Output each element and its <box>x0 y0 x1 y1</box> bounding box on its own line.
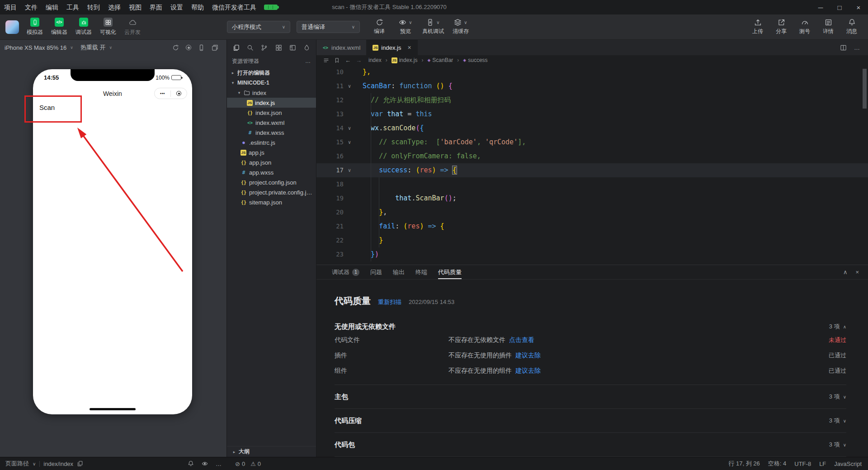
editor-scrollbar[interactable] <box>863 69 867 109</box>
minimize-button[interactable]: ─ <box>811 0 830 14</box>
page-path-label[interactable]: 页面路径 <box>5 460 29 468</box>
fold-icon[interactable]: ∨ <box>344 163 355 177</box>
menu-item[interactable]: 选择 <box>104 0 125 14</box>
tree-item-index.json[interactable]: {}index.json <box>227 108 316 118</box>
compile-select[interactable]: 普通编译 ∨ <box>297 21 360 33</box>
tab-index.wxml[interactable]: <>index.wxml <box>316 40 367 55</box>
maximize-button[interactable]: □ <box>830 0 849 14</box>
bookmark-icon[interactable] <box>334 57 340 63</box>
menu-item[interactable]: 界面 <box>146 0 166 14</box>
action-gauge[interactable]: 测号 <box>795 19 815 35</box>
tree-item-index[interactable]: ▾index <box>227 88 316 98</box>
toolbar-toggle-bug[interactable]: 调试器 <box>72 18 95 36</box>
quality-section-count[interactable]: 3 项∧ <box>829 323 846 331</box>
tab-index.js[interactable]: JSindex.js× <box>367 40 417 55</box>
outline-section[interactable]: ▸ 大纲 <box>227 446 316 457</box>
code-line[interactable]: 13 var that = this <box>316 107 868 121</box>
panel-tab-item[interactable]: 问题 <box>370 265 382 279</box>
toolbar-toggle-blocks[interactable]: 可视化 <box>97 18 119 36</box>
action-upload[interactable]: 上传 <box>748 19 768 35</box>
panel-tab-item[interactable]: 输出 <box>393 265 405 279</box>
problem-counters[interactable]: ⊘ 0 ⚠ 0 <box>235 457 264 470</box>
more-icon[interactable]: … <box>216 461 222 467</box>
action-bell[interactable]: 消息 <box>842 19 862 35</box>
tree-item-index.wxml[interactable]: <>index.wxml <box>227 118 316 128</box>
code-line[interactable]: 17∨ success: (res) => { <box>316 163 868 177</box>
language-mode[interactable]: JavaScript <box>834 461 862 467</box>
close-tab-icon[interactable]: × <box>407 44 411 51</box>
tree-item-app.js[interactable]: JSapp.js <box>227 147 316 157</box>
menu-item[interactable]: 转到 <box>83 0 104 14</box>
blocks-icon[interactable] <box>275 44 282 51</box>
action-eye[interactable]: ∨预览 <box>396 19 415 35</box>
action-layers[interactable]: ∨清缓存 <box>451 19 470 35</box>
git-branch-icon[interactable] <box>261 44 268 51</box>
tree-item-project.config.json[interactable]: {}project.config.json <box>227 177 316 187</box>
tree-item-index.wxss[interactable]: #index.wxss <box>227 128 316 138</box>
search-icon[interactable] <box>247 44 254 51</box>
code-line[interactable]: 20 }, <box>316 205 868 219</box>
split-editor-icon[interactable] <box>840 44 847 51</box>
breadcrumb-item-success[interactable]: ◈success <box>463 57 487 63</box>
layout-icon[interactable] <box>289 44 296 51</box>
tree-item-sitemap.json[interactable]: {}sitemap.json <box>227 197 316 207</box>
menu-item[interactable]: 编辑 <box>42 0 62 14</box>
quality-row-link[interactable]: 点击查看 <box>509 336 534 343</box>
collapse-panel-icon[interactable]: ∧ <box>843 269 848 275</box>
menu-item[interactable]: 工具 <box>62 0 83 14</box>
drop-icon[interactable] <box>303 44 310 51</box>
capsule-target-icon[interactable] <box>176 91 181 96</box>
quality-section-header[interactable]: 代码压缩3 项∨ <box>335 415 846 427</box>
quality-section-header[interactable]: 代码包3 项∨ <box>335 439 846 451</box>
page-path-value[interactable]: index/index <box>43 461 73 467</box>
menu-item[interactable]: 设置 <box>166 0 187 14</box>
menu-item[interactable]: 视图 <box>125 0 146 14</box>
user-avatar[interactable] <box>5 20 19 34</box>
multi-window-icon[interactable] <box>212 44 218 51</box>
quality-section-header[interactable]: 主包3 项∨ <box>335 391 846 403</box>
tree-item-app.json[interactable]: {}app.json <box>227 157 316 167</box>
code-line[interactable]: 18 <box>316 177 868 191</box>
toolbar-toggle-cloud[interactable]: 云开发 <box>121 18 144 36</box>
code-line[interactable]: 21 fail: (res) => { <box>316 219 868 233</box>
tree-item-index.js[interactable]: JSindex.js <box>227 98 316 108</box>
fold-icon[interactable]: ∨ <box>344 135 355 149</box>
tree-item-.eslintrc.js[interactable]: ●.eslintrc.js <box>227 138 316 147</box>
more-icon[interactable]: … <box>854 44 860 51</box>
code-line[interactable]: 23 }) <box>316 247 868 261</box>
menu-item[interactable]: 帮助 <box>187 0 208 14</box>
code-line[interactable]: 14∨ wx.scanCode({ <box>316 121 868 135</box>
forward-icon[interactable]: → <box>356 57 362 64</box>
menu-item[interactable]: 项目 <box>0 0 21 14</box>
more-dots-icon[interactable]: ••• <box>155 91 170 96</box>
fold-icon[interactable]: ∨ <box>344 121 355 135</box>
action-devdebug[interactable]: ∨真机调试 <box>422 19 444 35</box>
code-editor[interactable]: 10},11∨ScanBar: function () {12 // 允许从相机… <box>316 65 868 265</box>
files-icon[interactable] <box>233 44 240 51</box>
encoding[interactable]: UTF-8 <box>794 461 811 467</box>
record-icon[interactable] <box>186 45 191 50</box>
panel-tab-item[interactable]: 调试器1 <box>332 265 359 279</box>
breadcrumb-item-index.js[interactable]: JSindex.js <box>392 57 418 63</box>
quality-section-count[interactable]: 3 项∨ <box>829 441 846 449</box>
menu-item[interactable]: 文件 <box>21 0 42 14</box>
tree-item-project.private.config.json[interactable]: {}project.private.config.json <box>227 187 316 197</box>
tree-item-MINICODE-1[interactable]: ▾MINICODE-1 <box>227 78 316 88</box>
panel-tab-item[interactable]: 代码质量 <box>438 265 462 279</box>
breadcrumb-item-index[interactable]: index <box>368 57 382 63</box>
code-line[interactable]: 11∨ScanBar: function () { <box>316 79 868 93</box>
indent-setting[interactable]: 空格: 4 <box>768 460 786 468</box>
close-button[interactable]: × <box>849 0 868 14</box>
quality-section-count[interactable]: 3 项∨ <box>829 417 846 425</box>
quality-row-link[interactable]: 建议去除 <box>515 351 541 359</box>
device-icon[interactable] <box>198 44 205 51</box>
action-share[interactable]: 分享 <box>771 19 791 35</box>
action-refresh[interactable]: 编译 <box>370 19 389 35</box>
capsule-menu[interactable]: ••• <box>154 88 187 99</box>
more-icon[interactable]: … <box>305 58 311 64</box>
mode-select[interactable]: 小程序模式 ∨ <box>227 21 290 33</box>
breadcrumb-item-ScanBar[interactable]: ◈ScanBar <box>427 57 453 63</box>
copy-icon[interactable] <box>77 461 83 467</box>
hot-reload-toggle[interactable]: 热重载 开 <box>80 43 106 52</box>
code-line[interactable]: 10}, <box>316 65 868 79</box>
